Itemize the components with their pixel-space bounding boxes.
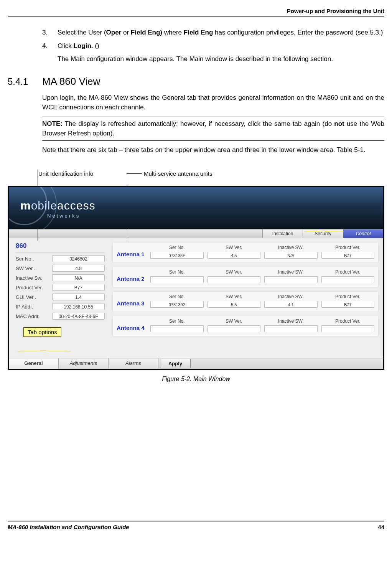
info-val: 4.5 xyxy=(52,265,105,272)
t: access xyxy=(57,199,95,212)
ant-val: 4.1 xyxy=(264,301,318,308)
b: Oper xyxy=(106,29,122,36)
ant-col-label: SW Ver. xyxy=(208,269,261,275)
info-label: IP Addr. xyxy=(16,304,52,310)
banner: mobileaccess Networks xyxy=(9,187,383,229)
tab-options-tag-bottom: Tab options xyxy=(23,327,61,337)
b: Field Eng xyxy=(184,29,213,36)
ant-val: 073138F xyxy=(150,252,204,259)
ant-val xyxy=(264,325,318,332)
info-val: 1.4 xyxy=(52,294,105,300)
ant-col-label: Ser No. xyxy=(150,245,204,250)
ant-val xyxy=(321,325,375,332)
antenna-name: Antenna 3 xyxy=(117,294,150,307)
ant-val xyxy=(208,325,261,332)
t: obile xyxy=(31,199,57,212)
step-4-text: Click Login. () xyxy=(58,41,384,51)
antenna-name: Antenna 4 xyxy=(117,318,150,331)
ant-val: 4.5 xyxy=(208,252,261,259)
unit-info-panel: 860 Ser No .0246802 SW Ver .4.5 Inactive… xyxy=(9,238,109,358)
ant-col-label: Inactive SW. xyxy=(264,318,318,324)
ant-val: 0731392 xyxy=(150,301,204,308)
step-4-followup: The Main configuration window appears. T… xyxy=(58,54,384,64)
logo-sub: Networks xyxy=(47,213,80,219)
step-3-num: 3. xyxy=(42,28,58,38)
unit-title: 860 xyxy=(16,242,105,252)
header-rule xyxy=(8,16,384,16)
ant-col-label: Inactive SW. xyxy=(264,294,318,299)
antenna-card: Antenna 4 Ser No. SW Ver. Inactive SW. P… xyxy=(112,316,379,336)
step-4: 4. Click Login. () xyxy=(42,41,384,51)
note-label: NOTE: xyxy=(42,120,63,127)
ant-col-label: Product Ver. xyxy=(321,318,375,324)
ant-col-label: SW Ver. xyxy=(208,294,261,299)
ant-val xyxy=(321,276,375,283)
antenna-name: Antenna 2 xyxy=(117,269,150,282)
ant-col-label: Inactive SW. xyxy=(264,269,318,275)
tab-control[interactable]: Control xyxy=(343,229,383,238)
ant-val: B77 xyxy=(321,252,375,259)
running-header: Power-up and Provisioning the Unit xyxy=(8,8,384,14)
t: Click xyxy=(58,42,74,49)
ant-val xyxy=(264,276,318,283)
info-row: MAC Addr.00-20-4A-8F-43-6E xyxy=(16,313,105,320)
info-val: 192.168.10.55 xyxy=(52,303,105,310)
footer-title: MA-860 Installation and Configuration Gu… xyxy=(8,524,129,530)
main-window-screenshot: Tab options ︷ mobileaccess Networks Inst… xyxy=(8,186,384,370)
info-row: SW Ver .4.5 xyxy=(16,265,105,272)
ant-col-label: Product Ver. xyxy=(321,294,375,299)
figure-caption: Figure 5-2. Main Window xyxy=(8,376,384,383)
info-row: Product Ver.B77 xyxy=(16,284,105,291)
info-label: Ser No . xyxy=(16,256,52,262)
t: where xyxy=(162,29,184,36)
ant-val xyxy=(208,276,261,283)
t: The display is refreshed automatically; … xyxy=(63,120,334,127)
info-val: 0246802 xyxy=(52,255,105,262)
info-row: Inactive Sw.N/A xyxy=(16,274,105,281)
antenna-card: Antenna 3 Ser No.0731392 SW Ver.5.5 Inac… xyxy=(112,291,379,312)
tab-general[interactable]: General xyxy=(9,358,59,369)
info-label: MAC Addr. xyxy=(16,313,52,319)
ant-val xyxy=(150,276,204,283)
t: () xyxy=(93,42,99,49)
ant-val: B77 xyxy=(321,301,375,308)
section-title: MA 860 View xyxy=(42,76,100,87)
t: m xyxy=(20,199,31,212)
apply-button[interactable]: Apply xyxy=(160,359,191,368)
section-number: 5.4.1 xyxy=(8,76,42,87)
info-label: SW Ver . xyxy=(16,266,52,271)
antenna-card: Antenna 2 Ser No. SW Ver. Inactive SW. P… xyxy=(112,267,379,287)
b: Field Eng) xyxy=(131,29,162,36)
footer: MA-860 Installation and Configuration Gu… xyxy=(8,521,384,530)
step-3-text: Select the User (Oper or Field Eng) wher… xyxy=(58,28,384,38)
logo: mobileaccess xyxy=(20,199,95,212)
ant-col-label: SW Ver. xyxy=(208,318,261,324)
info-val: N/A xyxy=(52,274,105,281)
note-box: NOTE: The display is refreshed automatic… xyxy=(42,117,384,141)
ant-col-label: Inactive SW. xyxy=(264,245,318,250)
section-heading: 5.4.1 MA 860 View xyxy=(8,76,384,87)
info-row: Ser No .0246802 xyxy=(16,255,105,262)
info-row: IP Addr.192.168.10.55 xyxy=(16,303,105,310)
b: Login. xyxy=(74,42,93,49)
ant-val: N/A xyxy=(264,252,318,259)
callout-unit-id: Unit Identification info xyxy=(38,170,93,177)
ant-col-label: Ser No. xyxy=(150,294,204,299)
b: not xyxy=(334,120,344,127)
tab-alarms[interactable]: Alarms xyxy=(109,358,158,369)
tab-instalation[interactable]: Instalation xyxy=(262,229,303,238)
ant-col-label: Ser No. xyxy=(150,318,204,324)
ant-col-label: Product Ver. xyxy=(321,245,375,250)
info-label: GUI Ver . xyxy=(16,294,52,300)
para-intro: Upon login, the MA-860 View shows the Ge… xyxy=(42,93,384,112)
t: or xyxy=(121,29,131,36)
ant-val: 5.5 xyxy=(208,301,261,308)
bottom-tab-row: General Adjustments Alarms Apply xyxy=(9,358,383,369)
info-label: Inactive Sw. xyxy=(16,275,52,281)
info-row: GUI Ver .1.4 xyxy=(16,294,105,300)
page-number: 44 xyxy=(378,524,384,530)
antenna-card: Antenna 1 Ser No.073138F SW Ver.4.5 Inac… xyxy=(112,242,379,263)
tab-adjustments[interactable]: Adjustments xyxy=(59,358,109,369)
ant-col-label: Product Ver. xyxy=(321,269,375,275)
antenna-panel: Antenna 1 Ser No.073138F SW Ver.4.5 Inac… xyxy=(109,238,383,358)
